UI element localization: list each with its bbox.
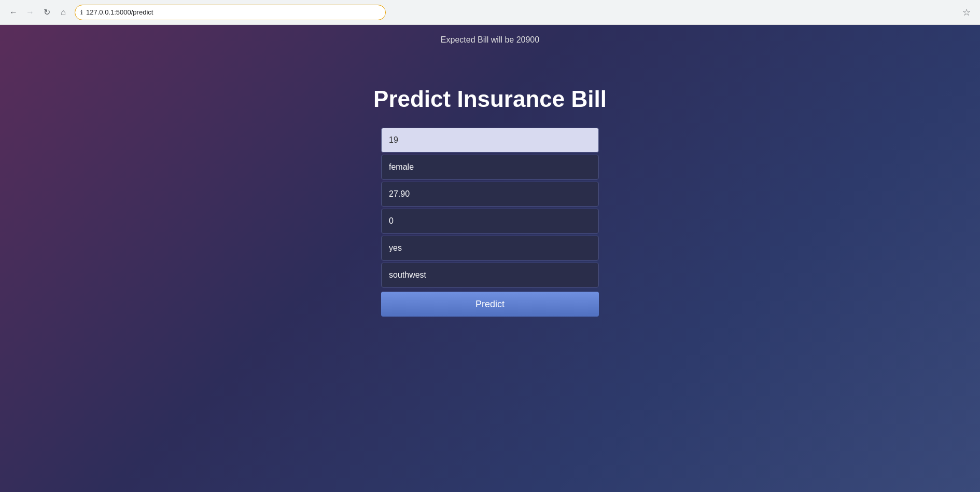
url-input[interactable] — [86, 8, 380, 16]
forward-button[interactable]: → — [23, 5, 37, 20]
bmi-input[interactable] — [381, 182, 599, 207]
form-container: Predict Insurance Bill Predict — [0, 86, 980, 317]
nav-buttons: ← → ↻ ⌂ — [6, 5, 71, 20]
children-input[interactable] — [381, 209, 599, 234]
form-fields: Predict — [381, 128, 599, 317]
sex-input[interactable] — [381, 155, 599, 180]
address-bar[interactable]: ℹ — [75, 5, 386, 20]
region-input[interactable] — [381, 263, 599, 288]
browser-chrome: ← → ↻ ⌂ ℹ ☆ — [0, 0, 980, 25]
smoker-input[interactable] — [381, 236, 599, 261]
reload-button[interactable]: ↻ — [39, 5, 54, 20]
home-button[interactable]: ⌂ — [56, 5, 71, 20]
age-input[interactable] — [381, 128, 599, 153]
predict-button[interactable]: Predict — [381, 292, 599, 317]
page-content: Expected Bill will be 20900 Predict Insu… — [0, 25, 980, 492]
lock-icon: ℹ — [80, 9, 83, 16]
result-banner: Expected Bill will be 20900 — [441, 35, 539, 45]
back-button[interactable]: ← — [6, 5, 21, 20]
page-title: Predict Insurance Bill — [373, 86, 607, 112]
bookmark-button[interactable]: ☆ — [959, 5, 974, 20]
